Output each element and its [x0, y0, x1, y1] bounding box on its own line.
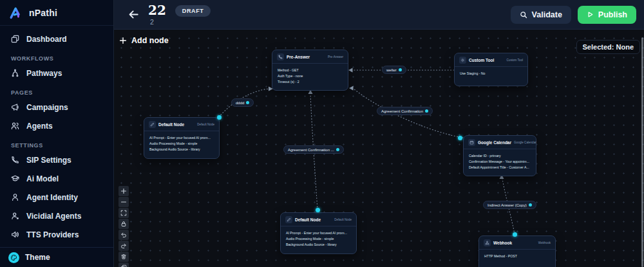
edge-label-wefwr[interactable]: wefwr — [382, 66, 406, 74]
node-title: Custom Tool — [469, 58, 504, 62]
add-node-button[interactable]: Add node — [119, 36, 169, 45]
sidebar: nPathi Dashboard WORKFLOWS Pathways PAGE… — [0, 0, 114, 267]
node-pre-answer[interactable]: Pre-Answer Pre-Answer Method - GET Auth … — [272, 50, 348, 91]
plus-icon — [119, 37, 127, 44]
publish-label: Publish — [598, 10, 627, 19]
edge-arrowhead — [349, 86, 354, 91]
undo-icon — [120, 232, 127, 238]
pencil-icon — [149, 121, 156, 128]
sidebar-item-label: Agent Identity — [26, 193, 78, 202]
node-field: Default Appointment Title - Customer A..… — [469, 165, 531, 170]
copy-button[interactable] — [118, 262, 129, 267]
sidebar-item-label: TTS Providers — [26, 230, 79, 239]
megaphone-icon — [11, 103, 19, 111]
node-field: Background Audio Source - library — [286, 242, 351, 248]
dashboard-icon — [11, 35, 19, 43]
validate-button[interactable]: Validate — [511, 6, 571, 24]
sidebar-nav: Dashboard WORKFLOWS Pathways PAGES Campa… — [0, 26, 113, 244]
edge-dot-icon — [399, 68, 402, 71]
node-handle[interactable] — [217, 115, 222, 120]
flow-title: 22 — [148, 4, 166, 17]
sidebar-item-agents[interactable]: Agents — [0, 116, 113, 135]
minus-icon — [120, 199, 127, 205]
sidebar-item-campaigns[interactable]: Campaigns — [0, 98, 113, 116]
sidebar-item-ai-model[interactable]: Ai Model — [0, 169, 113, 188]
pathways-icon — [11, 69, 19, 77]
undo-button[interactable] — [118, 230, 129, 240]
brand-logo-icon — [9, 6, 23, 19]
node-handle[interactable] — [458, 136, 462, 140]
topbar-actions: Validate Publish — [511, 6, 636, 24]
sidebar-item-tts-providers[interactable]: TTS Providers — [0, 225, 113, 244]
graduation-cap-icon — [11, 174, 19, 183]
node-field: HTTP Method - POST — [484, 253, 550, 259]
edge-label-text: wefwr — [386, 68, 397, 72]
validate-label: Validate — [532, 10, 562, 19]
speaker-icon — [11, 230, 19, 239]
node-type-label: Default Node — [197, 123, 214, 126]
gear-icon — [459, 57, 466, 64]
sidebar-item-label: Ai Model — [26, 174, 59, 183]
delete-button[interactable] — [118, 252, 129, 262]
lock-button[interactable] — [118, 219, 129, 229]
palette-icon — [8, 252, 19, 263]
canvas-controls — [118, 186, 129, 267]
node-default-1[interactable]: Default Node Default Node AI Prompt - En… — [144, 117, 220, 159]
edge-label-agreement-confirmation[interactable]: Agreement Confirmation — [377, 107, 433, 115]
vertical-scrollbar[interactable] — [641, 37, 643, 267]
node-handle[interactable] — [316, 208, 320, 212]
sidebar-section-workflows: WORKFLOWS — [0, 48, 113, 64]
edge-label-agreement-confirmation-2[interactable]: Agreement Confirmation ... — [283, 145, 344, 154]
brand[interactable]: nPathi — [0, 0, 113, 26]
sidebar-section-settings: SETTINGS — [0, 135, 113, 151]
phone-icon — [277, 53, 284, 60]
edge-label-indirect-answer[interactable]: Indirect Answer (Copy) — [483, 201, 536, 209]
sidebar-item-vicidial-agents[interactable]: Vicidial Agents — [0, 207, 113, 225]
lock-icon — [120, 221, 127, 227]
node-handle[interactable] — [513, 232, 517, 237]
node-type-label: Default Node — [334, 218, 352, 221]
person-dot-icon — [11, 212, 19, 220]
edge-label-text: Agreement Confirmation — [381, 109, 423, 113]
plus-icon — [120, 188, 127, 194]
node-field: Background Audio Source - library — [149, 147, 214, 152]
node-field: Use Staging - No — [460, 71, 522, 77]
fit-view-button[interactable] — [118, 208, 129, 218]
sidebar-item-pathways[interactable]: Pathways — [0, 64, 113, 82]
node-webhook[interactable]: Webhook Webhook HTTP Method - POST — [478, 235, 556, 267]
sidebar-item-sip-settings[interactable]: SIP Settings — [0, 151, 113, 169]
users-icon — [11, 122, 19, 130]
edge-label-dddd[interactable]: dddd — [231, 98, 254, 107]
node-title: Google Calendar — [478, 140, 511, 145]
edge-dot-icon — [529, 203, 532, 207]
person-icon — [11, 193, 19, 201]
node-title: Webhook — [493, 241, 536, 245]
phone-icon — [11, 156, 19, 164]
status-badge: DRAFT — [175, 5, 211, 17]
theme-toggle[interactable]: Theme — [0, 247, 113, 267]
selection-status: Selected: None — [576, 40, 640, 54]
node-default-2[interactable]: Default Node Default Node AI Prompt - En… — [280, 212, 357, 254]
node-title: Default Node — [158, 122, 194, 127]
edge-dot-icon — [425, 109, 428, 113]
redo-button[interactable] — [118, 241, 129, 251]
zoom-in-button[interactable] — [118, 186, 129, 196]
node-custom-tool[interactable]: Custom Tool Custom Tool Use Staging - No — [454, 53, 528, 86]
node-google-calendar[interactable]: Google Calendar Google Calendar Calendar… — [463, 135, 536, 176]
add-node-label: Add node — [131, 36, 169, 45]
zoom-out-button[interactable] — [118, 197, 129, 207]
node-field: Audio Processing Mode - simple — [149, 141, 214, 147]
main-area: 22 2 DRAFT Validate Publish — [114, 0, 644, 267]
publish-button[interactable]: Publish — [578, 6, 636, 24]
sidebar-item-label: Pathways — [26, 69, 62, 78]
app-window: nPathi Dashboard WORKFLOWS Pathways PAGE… — [0, 0, 644, 267]
back-button[interactable] — [126, 6, 142, 23]
sidebar-item-label: Dashboard — [26, 35, 67, 44]
flow-canvas[interactable]: Add node Selected: None Pre-Answer Pre-A… — [114, 30, 644, 267]
sidebar-item-agent-identity[interactable]: Agent Identity — [0, 188, 113, 207]
edge-dot-icon — [336, 148, 339, 151]
node-field: Confirmation Message - Your appointm... — [469, 159, 531, 165]
node-field: Method - GET — [278, 68, 343, 73]
theme-label: Theme — [25, 253, 50, 262]
sidebar-item-dashboard[interactable]: Dashboard — [0, 30, 113, 48]
